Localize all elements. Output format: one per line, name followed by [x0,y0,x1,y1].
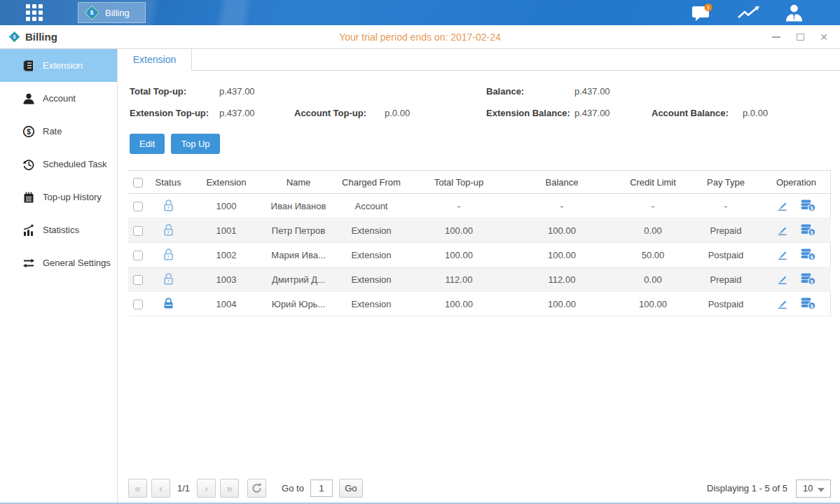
lock-open-icon[interactable] [162,198,175,212]
svg-text:$: $ [811,302,814,309]
minimize-icon[interactable] [771,32,781,42]
apps-grid-icon[interactable] [25,3,44,22]
message-bubble-glyph: ! [691,4,713,22]
top-bar: $ Billing ! [0,0,840,25]
cell-credit-limit: 50.00 [616,243,690,267]
user-account-icon[interactable] [785,4,804,22]
cell-credit-limit: 0.00 [616,218,690,243]
sidebar-item-topup-history[interactable]: Top-up History [0,181,117,214]
top-up-coins-icon[interactable]: $ [800,223,816,237]
extension-balance-value: p.437.00 [574,108,652,118]
account-balance-value: p.0.00 [743,108,768,118]
cell-extension: 1000 [188,194,264,218]
sidebar-item-statistics[interactable]: Statistics [0,214,117,246]
row-checkbox[interactable] [133,202,143,211]
top-up-coins-icon[interactable]: $ [800,198,816,212]
cell-charged-from: Extension [333,218,410,243]
edit-pencil-icon[interactable] [776,247,790,261]
summary-panel: Total Top-up: p.437.00 Extension Top-up:… [118,71,840,127]
cell-pay-type: Prepaid [690,218,762,243]
row-checkbox[interactable] [133,275,143,285]
lock-open-icon[interactable] [162,223,175,237]
cell-name: Юрий Юрь... [264,292,333,316]
edit-pencil-icon[interactable] [776,272,790,286]
cell-pay-type: Postpaid [690,243,762,267]
prev-page-button[interactable]: ‹ [151,479,170,498]
messages-icon[interactable]: ! [691,4,713,22]
top-up-coins-icon[interactable]: $ [800,296,816,310]
total-topup-value: p.437.00 [219,86,255,97]
cell-name: Иван Иванов [264,194,333,218]
edit-pencil-icon[interactable] [776,198,790,212]
go-button[interactable]: Go [339,479,363,498]
top-up-coins-icon[interactable]: $ [800,272,816,286]
column-header-total-topup: Total Top-up [410,171,508,194]
top-up-coins-icon[interactable]: $ [800,247,816,261]
sidebar-item-label: Extension [43,60,83,71]
window-title-group: $ Billing [8,31,57,43]
goto-page-input[interactable] [310,479,333,497]
sidebar-item-label: General Settings [43,258,111,268]
first-page-button[interactable]: « [128,479,147,498]
table-row: 1003 Дмитрий Д... Extension 112.00 112.0… [128,267,831,292]
sidebar-item-extension[interactable]: Extension [0,49,117,82]
notebook-icon [22,191,35,204]
lock-closed-icon[interactable] [162,296,175,310]
main-content: Extension Total Top-up: p.437.00 Extensi… [118,49,840,503]
last-page-button[interactable]: » [220,479,239,498]
cell-credit-limit: 0.00 [616,267,690,292]
edit-pencil-icon[interactable] [776,296,790,310]
cell-total-topup: 100.00 [410,218,508,243]
row-checkbox[interactable] [133,251,143,260]
table-row: 1002 Мария Ива... Extension 100.00 100.0… [128,243,831,267]
edit-button[interactable]: Edit [130,134,165,154]
cell-charged-from: Account [333,194,410,218]
refresh-button[interactable] [247,479,266,498]
account-balance-label: Account Balance: [652,108,743,118]
sidebar-item-rate[interactable]: $ Rate [0,115,117,148]
row-checkbox[interactable] [133,226,143,236]
content-tab-strip: Extension [118,49,840,71]
select-all-checkbox[interactable] [133,178,143,188]
person-glyph [785,4,804,22]
sidebar-item-scheduled-task[interactable]: Scheduled Task [0,148,117,181]
cell-balance: 112.00 [508,267,616,292]
svg-text:$: $ [811,204,814,211]
close-icon[interactable]: × [819,32,829,42]
sidebar-item-label: Scheduled Task [43,159,107,169]
svg-text:$: $ [811,278,814,284]
cell-extension: 1004 [188,292,264,316]
statistics-chart-icon[interactable] [737,4,761,21]
sidebar: Extension Account $ Rat [0,49,118,503]
extension-topup-value: p.437.00 [219,108,294,118]
next-page-button[interactable]: › [197,479,216,498]
lock-open-icon[interactable] [162,272,175,286]
tab-billing-topbar[interactable]: $ Billing [78,2,146,23]
balance-label: Balance: [486,86,574,97]
top-up-button[interactable]: Top Up [171,134,219,154]
edit-pencil-icon[interactable] [776,223,790,237]
cell-charged-from: Extension [333,292,410,316]
column-header-balance: Balance [508,171,616,194]
cell-name: Мария Ива... [264,243,333,267]
notification-badge: ! [708,4,710,10]
cell-extension: 1003 [188,267,264,292]
sidebar-item-label: Account [43,93,76,104]
maximize-icon[interactable] [795,32,805,42]
account-topup-value: p.0.00 [385,108,410,118]
page-info: 1/1 [177,483,190,493]
billing-diamond-icon-small: $ [8,31,20,43]
sidebar-item-general-settings[interactable]: General Settings [0,246,117,279]
cell-credit-limit: 100.00 [616,292,690,316]
lock-open-icon[interactable] [162,247,175,261]
refresh-icon [252,483,262,493]
page-size-select[interactable]: 10 [796,479,831,498]
window-controls: × [771,32,829,42]
extension-balance-label: Extension Balance: [486,108,574,118]
sidebar-item-account[interactable]: Account [0,82,117,115]
topbar-tab-label: Billing [105,8,130,18]
cell-charged-from: Extension [333,267,410,292]
sidebar-item-label: Rate [43,126,62,136]
tab-extension[interactable]: Extension [118,49,192,71]
row-checkbox[interactable] [133,300,143,309]
